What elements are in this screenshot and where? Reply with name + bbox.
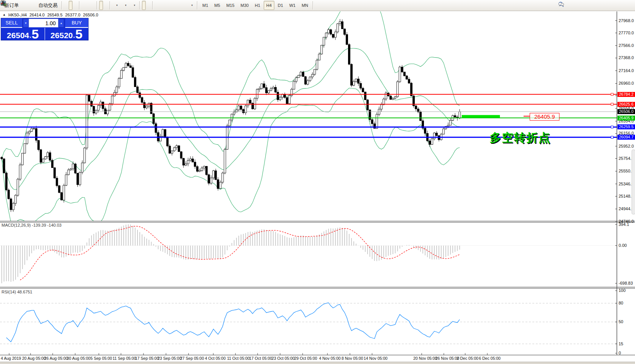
channel-button[interactable]: E xyxy=(169,1,172,10)
zoom-out-button[interactable] xyxy=(86,1,90,10)
macd-tick-label: 394.1 xyxy=(619,222,629,227)
time-axis-label: 4 Oct 05:00 xyxy=(205,356,226,361)
periods-button[interactable]: ▼ xyxy=(121,1,129,10)
fibonacci-button[interactable]: F xyxy=(173,1,177,10)
time-axis-label: 20 Aug 05:00 xyxy=(22,356,46,361)
rsi-value: 48.6751 xyxy=(17,290,32,294)
level-price-label: 26259.5 xyxy=(617,124,635,129)
level-price-label: 26784.2 xyxy=(617,92,635,97)
timeframe-m30-button[interactable]: M30 xyxy=(238,1,251,10)
time-axis-label: 5 Sep 05:00 xyxy=(90,356,112,361)
buy-price-dot: . xyxy=(73,32,75,39)
window-bottom-edge xyxy=(0,362,635,364)
time-axis-label: 8 Nov 05:00 xyxy=(342,356,363,361)
candle-chart-button[interactable] xyxy=(69,1,73,10)
chevron-down-icon: ▼ xyxy=(191,4,193,6)
toolbar-separator xyxy=(97,1,97,10)
timeframe-h4-button[interactable]: H4 xyxy=(264,1,274,10)
time-axis-label: 17 Oct 05:00 xyxy=(249,356,272,361)
sell-price-dot: . xyxy=(29,32,31,39)
high-value: 26549.5 xyxy=(47,13,63,17)
low-value: 26377.0 xyxy=(65,13,81,17)
right-scrollbar-thumb[interactable] xyxy=(632,150,635,214)
close-value: 26506.0 xyxy=(83,13,98,17)
horizontal-line-button[interactable] xyxy=(160,1,163,10)
volume-increase-button[interactable]: ▲ xyxy=(58,19,64,27)
one-click-trading-panel: SELL ▼ ▲ BUY 26504 . 5 26520 . 5 xyxy=(1,18,89,40)
macd-indicator-label: MACD(12,26,9) -139.39 -140.03 xyxy=(2,223,61,227)
collapse-panel-icon[interactable]: ▲ xyxy=(3,13,6,18)
new-chart-button[interactable]: ▼ xyxy=(112,1,120,10)
price-tick-label: 25952.0 xyxy=(619,144,634,148)
chart-shift-button[interactable] xyxy=(104,1,108,10)
label-button[interactable]: T xyxy=(182,1,186,10)
mt4-window: 新订单自动交易▼▼▼EFAT▼M1M5M15M30H1H4D1W1MN ▲ HK… xyxy=(0,0,635,364)
market-watch-button[interactable] xyxy=(22,1,26,10)
toolbar-separator xyxy=(61,1,62,10)
time-axis-label: 26 Aug 05:00 xyxy=(44,356,68,361)
rsi-tick-label: 15 xyxy=(619,341,623,346)
timeframe-h1-button[interactable]: H1 xyxy=(252,1,263,10)
toolbar-separator xyxy=(139,1,140,10)
timeframe-m1-button[interactable]: M1 xyxy=(200,1,211,10)
cursor-button[interactable] xyxy=(142,1,146,10)
crosshair-button[interactable] xyxy=(147,1,150,10)
macd-values: -139.39 -140.03 xyxy=(32,223,61,227)
sounds-button[interactable] xyxy=(31,1,35,10)
timeframe-mn-button[interactable]: MN xyxy=(299,1,311,10)
symbol-timeframe-label: HK50-,H4 xyxy=(8,13,27,17)
time-axis-label: 14 Nov 05:00 xyxy=(364,356,387,361)
turning-point-annotation: 多空转折点 xyxy=(490,130,551,146)
volume-decrease-button[interactable]: ▼ xyxy=(23,19,29,27)
volume-stepper: ▼ ▲ xyxy=(23,19,64,27)
sell-button[interactable]: SELL xyxy=(1,18,22,28)
time-axis-label: 20 Nov 05:00 xyxy=(413,356,437,361)
time-axis-label: 23 Sep 05:00 xyxy=(158,356,181,361)
toolbar-separator xyxy=(79,1,80,10)
line-chart-button[interactable] xyxy=(73,1,77,10)
open-value: 26414.0 xyxy=(29,13,45,17)
timeframe-m15-button[interactable]: M15 xyxy=(224,1,237,10)
level-price-label: 26625.6 xyxy=(617,102,635,107)
trendline-button[interactable] xyxy=(164,1,168,10)
toolbar-separator xyxy=(152,1,153,10)
toolbar-separator xyxy=(313,1,313,10)
price-tick-label: 27164.0 xyxy=(619,68,634,73)
price-tick-label: 27968.0 xyxy=(619,18,634,23)
main-toolbar: 新订单自动交易▼▼▼EFAT▼M1M5M15M30H1H4D1W1MN xyxy=(0,0,635,11)
rsi-title: RSI(14) xyxy=(2,290,16,294)
navigator-button[interactable] xyxy=(26,1,30,10)
timeframe-m5-button[interactable]: M5 xyxy=(212,1,223,10)
buy-price: 26520 . 5 xyxy=(45,28,89,40)
timeframe-d1-button[interactable]: D1 xyxy=(275,1,286,10)
vertical-line-button[interactable] xyxy=(155,1,159,10)
chat-button[interactable] xyxy=(567,1,571,10)
arrows-button[interactable]: ▼ xyxy=(187,1,195,10)
time-axis-label: 11 Sep 05:00 xyxy=(113,356,136,361)
macd-title: MACD(12,26,9) xyxy=(2,223,31,227)
chevron-down-icon: ▼ xyxy=(116,4,118,6)
volume-input[interactable] xyxy=(29,19,58,27)
tile-windows-button[interactable] xyxy=(91,1,95,10)
sell-price: 26504 . 5 xyxy=(1,28,45,40)
time-axis-label: 11 Oct 05:00 xyxy=(227,356,250,361)
sell-price-main: 26504 xyxy=(7,31,29,39)
bar-chart-button[interactable] xyxy=(64,1,68,10)
chevron-down-icon: ▼ xyxy=(124,4,127,6)
time-axis-label: 30 Aug 05:00 xyxy=(67,356,90,361)
macd-tick-label: 0.00 xyxy=(619,243,627,248)
timeframe-w1-button[interactable]: W1 xyxy=(287,1,298,10)
auto-scroll-button[interactable] xyxy=(99,1,103,10)
buy-button[interactable]: BUY xyxy=(65,18,88,28)
zoom-in-button[interactable] xyxy=(82,1,85,10)
autotrading-button[interactable]: 自动交易 xyxy=(35,1,60,10)
time-axis-label: 2 Dec 05:00 xyxy=(457,356,479,361)
rsi-tick-label: 0 xyxy=(619,351,621,355)
text-button[interactable]: A xyxy=(178,1,182,10)
rsi-indicator-label: RSI(14) 48.6751 xyxy=(2,290,32,294)
time-axis-label: 6 Dec 05:00 xyxy=(479,356,501,361)
toolbar-separator xyxy=(110,1,110,10)
templates-button[interactable]: ▼ xyxy=(129,1,137,10)
buy-price-fraction: 5 xyxy=(75,29,82,39)
rsi-tick-label: 80 xyxy=(619,301,623,305)
